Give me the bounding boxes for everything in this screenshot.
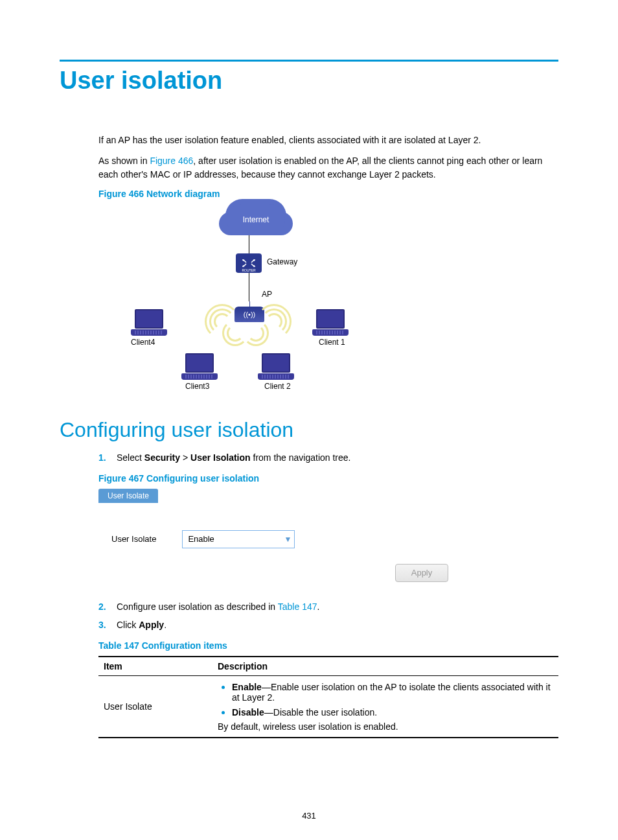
- laptop-icon: [131, 309, 167, 335]
- step-number: 3.: [98, 620, 106, 630]
- laptop-icon: [258, 353, 294, 379]
- section-heading: Configuring user isolation: [60, 418, 558, 442]
- top-rule: [60, 60, 558, 62]
- text: User Isolation: [190, 452, 251, 463]
- intro-paragraph-2: As shown in Figure 466, after user isola…: [98, 154, 558, 181]
- connector-line: [249, 235, 249, 253]
- page-number: 431: [0, 811, 618, 821]
- page-title: User isolation: [60, 67, 558, 95]
- user-isolate-select[interactable]: Enable ▼: [182, 530, 295, 548]
- text: Click: [117, 620, 139, 630]
- text: —Enable user isolation on the AP to isol…: [232, 682, 551, 703]
- text: Disable: [232, 707, 264, 718]
- apply-button[interactable]: Apply: [395, 564, 448, 582]
- table-147-caption: Table 147 Configuration items: [98, 640, 558, 651]
- gateway-label: Gateway: [267, 257, 297, 266]
- col-description: Description: [212, 657, 558, 676]
- text: Select: [117, 452, 144, 463]
- client4-label: Client4: [131, 338, 155, 347]
- laptop-icon: [312, 309, 349, 335]
- ap-label: AP: [262, 290, 272, 299]
- client3-label: Client3: [185, 382, 209, 391]
- text: .: [317, 601, 320, 612]
- client2-label: Client 2: [264, 382, 291, 391]
- cell-item: User Isolate: [98, 675, 212, 738]
- step-number: 1.: [98, 452, 106, 463]
- tab-user-isolate[interactable]: User Isolate: [98, 489, 158, 503]
- router-icon: [236, 253, 262, 273]
- step-1: 1. Select Security > User Isolation from…: [98, 452, 558, 463]
- signal-icon: [247, 325, 286, 351]
- text: As shown in: [98, 156, 150, 166]
- table-row: User Isolate Enable—Enable user isolatio…: [98, 675, 558, 738]
- text: —Disable the user isolation.: [264, 707, 377, 718]
- table-147-link[interactable]: Table 147: [278, 601, 317, 612]
- text: >: [180, 452, 190, 463]
- text: Apply: [139, 620, 164, 630]
- step-3: 3. Click Apply.: [98, 620, 558, 630]
- col-item: Item: [98, 657, 212, 676]
- cell-description: Enable—Enable user isolation on the AP t…: [212, 675, 558, 738]
- internet-cloud-icon: Internet: [227, 204, 285, 235]
- text: Security: [144, 452, 180, 463]
- ui-screenshot: User Isolate User Isolate Enable ▼ Apply: [98, 489, 461, 589]
- text: from the navigation tree.: [251, 452, 351, 463]
- text: Enable: [232, 682, 262, 692]
- connector-line: [249, 273, 249, 301]
- step-number: 2.: [98, 601, 106, 612]
- figure-467-caption: Figure 467 Configuring user isolation: [98, 473, 558, 484]
- config-table: Item Description User Isolate Enable—Ena…: [98, 656, 558, 738]
- figure-466-caption: Figure 466 Network diagram: [98, 189, 558, 199]
- client1-label: Client 1: [319, 338, 345, 347]
- text: .: [164, 620, 166, 630]
- step-2: 2. Configure user isolation as described…: [98, 601, 558, 612]
- chevron-down-icon: ▼: [284, 535, 292, 544]
- intro-paragraph-1: If an AP has the user isolation feature …: [98, 134, 558, 146]
- figure-466-link[interactable]: Figure 466: [150, 156, 193, 166]
- laptop-icon: [181, 353, 218, 379]
- text: Configure user isolation as described in: [117, 601, 278, 612]
- select-value: Enable: [188, 534, 214, 544]
- user-isolate-label: User Isolate: [111, 534, 156, 544]
- text: By default, wireless user isolation is e…: [218, 721, 398, 732]
- network-diagram: Internet Gateway AP ((•)): [118, 204, 351, 392]
